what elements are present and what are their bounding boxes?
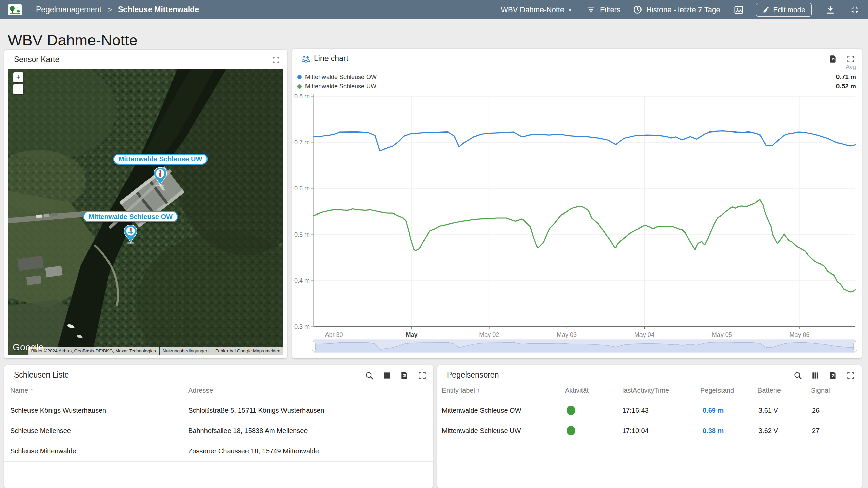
column-header[interactable]: Batterie xyxy=(757,381,781,400)
y-tick-label: 0.7 m xyxy=(294,139,310,146)
column-header-label: Aktivität xyxy=(565,387,589,394)
search-icon xyxy=(365,371,374,380)
filters-button[interactable]: Filters xyxy=(586,5,620,15)
series-line[interactable] xyxy=(314,200,855,292)
sort-ascending-icon: ↑ xyxy=(30,387,33,394)
map-pin-icon[interactable] xyxy=(153,167,168,186)
table-fullscreen-button[interactable] xyxy=(845,369,857,382)
navigator-right-handle[interactable] xyxy=(854,342,857,351)
table-row[interactable]: Mittenwalde Schleuse UW17:10:040.38 m3.6… xyxy=(437,421,862,441)
sensors-table-header: Entity label↑AktivitätlastActivityTimePe… xyxy=(437,381,862,400)
map-pin-icon[interactable] xyxy=(123,224,138,244)
columns-icon xyxy=(811,371,820,380)
sensors-table-title: Pegelsensoren xyxy=(447,370,499,380)
sort-ascending-icon: ↑ xyxy=(477,387,480,394)
download-button[interactable] xyxy=(825,5,835,15)
entity-select-dropdown[interactable]: WBV Dahme-Notte ▼ xyxy=(501,5,572,14)
column-header[interactable]: Adresse xyxy=(188,381,213,400)
export-file-icon xyxy=(829,371,837,380)
map-widget-title: Sensor Karte xyxy=(14,55,59,64)
column-header-label: Adresse xyxy=(188,387,213,394)
fullscreen-icon xyxy=(418,371,427,380)
y-tick-label: 0.6 m xyxy=(294,185,310,192)
table-row[interactable]: Schleuse MittenwaldeZossener Chaussee 18… xyxy=(4,441,433,462)
map-marker[interactable]: Mittenwalde Schleuse OW xyxy=(83,211,178,244)
table-search-button[interactable] xyxy=(792,369,804,382)
column-header-label: Entity label xyxy=(442,387,475,394)
org-logo[interactable] xyxy=(8,4,22,15)
column-header-label: Name xyxy=(10,387,28,394)
pencil-icon xyxy=(763,6,770,13)
image-icon xyxy=(734,5,744,15)
x-tick-label: May xyxy=(406,331,417,338)
map-report-link[interactable]: Fehler bei Google Maps melden xyxy=(212,347,283,355)
last-activity-cell: 17:10:04 xyxy=(622,421,649,441)
table-row[interactable]: Mittenwalde Schleuse OW17:16:430.69 m3.6… xyxy=(437,400,862,421)
x-tick-label: May 02 xyxy=(479,331,499,338)
screenshot-button[interactable] xyxy=(734,5,744,15)
map-marker-label[interactable]: Mittenwalde Schleuse UW xyxy=(113,154,208,165)
series-line[interactable] xyxy=(314,131,855,151)
table-columns-button[interactable] xyxy=(809,369,822,382)
map-marker[interactable]: Mittenwalde Schleuse UW xyxy=(113,154,208,186)
sensor-map-widget: Sensor Karte xyxy=(4,50,287,358)
page-title: WBV Dahme-Notte xyxy=(8,32,138,49)
entity-label-cell: Mittenwalde Schleuse OW xyxy=(442,400,521,421)
column-header[interactable]: Entity label↑ xyxy=(442,381,480,400)
table-cell: Schleuse Mittenwalde xyxy=(10,441,76,461)
fullscreen-icon xyxy=(272,56,280,64)
water-level-cell[interactable]: 0.38 m xyxy=(703,421,724,441)
water-level-cell[interactable]: 0.69 m xyxy=(703,400,724,421)
signal-cell: 27 xyxy=(812,421,820,441)
legend-avg-value: 0.52 m xyxy=(836,83,856,90)
legend-series-label: Mittenwalde Schleuse UW xyxy=(305,83,376,90)
download-icon xyxy=(826,5,835,15)
history-timewindow-button[interactable]: Historie - letzte 7 Tage xyxy=(633,5,720,15)
locks-table-widget: Schleusen Liste Name↑Adresse Schleuse Kö… xyxy=(4,365,433,488)
breadcrumb-separator: > xyxy=(107,5,112,14)
x-tick-label: May 05 xyxy=(712,331,732,338)
chevron-down-icon: ▼ xyxy=(568,7,572,13)
line-chart-plot[interactable]: 0.8 m0.7 m0.6 m0.5 m0.4 m0.3 mApr 30MayM… xyxy=(292,49,862,358)
column-header-label: lastActivityTime xyxy=(622,387,669,394)
legend-color-dot xyxy=(297,84,302,89)
column-header-label: Batterie xyxy=(757,387,781,394)
column-header-label: Pegelstand xyxy=(700,387,734,394)
history-label: Historie - letzte 7 Tage xyxy=(646,5,720,14)
map-zoom-out-button[interactable]: − xyxy=(13,84,23,94)
edit-mode-label: Edit mode xyxy=(773,6,805,14)
google-map[interactable]: + − Mittenwalde Schleuse UWMittenwalde S… xyxy=(8,69,283,355)
column-header[interactable]: Signal xyxy=(811,381,830,400)
activity-cell xyxy=(567,421,575,441)
legend-item[interactable]: Mittenwalde Schleuse UW0.52 m xyxy=(297,82,856,91)
map-fullscreen-button[interactable] xyxy=(270,54,282,66)
legend-item[interactable]: Mittenwalde Schleuse OW0.71 m xyxy=(297,72,856,82)
map-zoom-in-button[interactable]: + xyxy=(13,72,23,82)
top-bar: Pegelmanagement > Schleuse Mittenwalde W… xyxy=(0,0,868,19)
y-tick-label: 0.3 m xyxy=(294,323,310,330)
navigator-left-handle[interactable] xyxy=(312,342,315,351)
navigator-selection[interactable] xyxy=(314,340,855,353)
table-row[interactable]: Schleuse MellenseeBahnhofsallee 18, 1583… xyxy=(4,421,433,441)
table-export-button[interactable] xyxy=(398,369,411,382)
table-row[interactable]: Schleuse Königs WusterhausenSchloßstraße… xyxy=(4,400,433,421)
column-header[interactable]: Name↑ xyxy=(10,381,33,400)
breadcrumb-current: Schleuse Mittenwalde xyxy=(118,5,199,14)
fullscreen-toggle-button[interactable] xyxy=(850,5,860,15)
legend-avg-value: 0.71 m xyxy=(836,73,856,81)
map-terms-link[interactable]: Nutzungsbedingungen xyxy=(160,347,212,355)
column-header[interactable]: Pegelstand xyxy=(700,381,734,400)
column-header[interactable]: lastActivityTime xyxy=(622,381,669,400)
breadcrumb-root[interactable]: Pegelmanagement xyxy=(36,5,101,14)
table-columns-button[interactable] xyxy=(381,369,393,382)
legend-series-label: Mittenwalde Schleuse OW xyxy=(305,74,377,81)
table-export-button[interactable] xyxy=(827,369,839,382)
edit-mode-button[interactable]: Edit mode xyxy=(756,3,812,17)
y-tick-label: 0.5 m xyxy=(294,231,310,238)
column-header[interactable]: Aktivität xyxy=(565,381,589,400)
fullscreen-exit-icon xyxy=(850,5,860,15)
activity-status-dot xyxy=(567,406,575,415)
table-search-button[interactable] xyxy=(363,369,375,382)
map-marker-label[interactable]: Mittenwalde Schleuse OW xyxy=(83,211,178,222)
table-fullscreen-button[interactable] xyxy=(416,369,428,382)
